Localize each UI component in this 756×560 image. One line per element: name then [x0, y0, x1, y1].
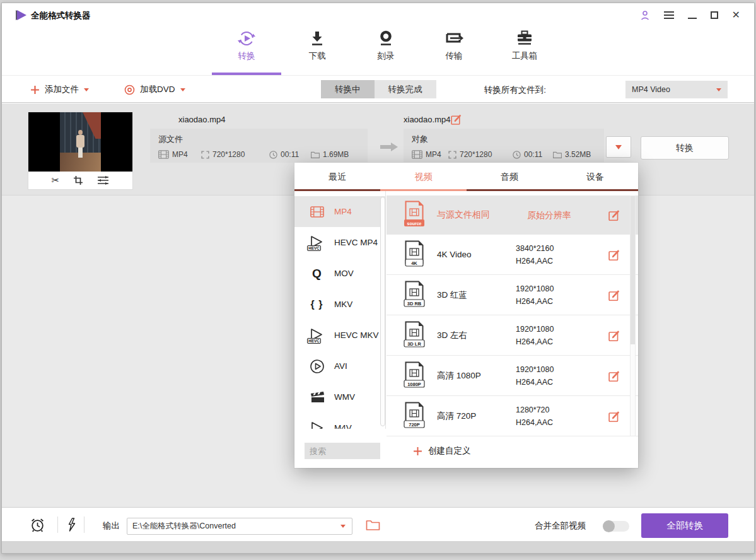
- convert-all-button[interactable]: 全部转换: [641, 513, 728, 538]
- svg-text:4K: 4K: [411, 260, 417, 265]
- minimize-button[interactable]: [688, 18, 697, 19]
- acceleration-lightning-icon[interactable]: [65, 517, 76, 533]
- add-file-label: 添加文件: [45, 84, 79, 95]
- toolbox-icon: [515, 29, 534, 48]
- tab-audio[interactable]: 音频: [467, 163, 552, 191]
- preset-detail: 1920*1080H264,AAC: [516, 323, 610, 348]
- clock-icon: [269, 151, 277, 159]
- preset-same-as-source[interactable]: source 与源文件相同 原始分辨率: [387, 195, 638, 235]
- preset-file-icon: 720P: [403, 402, 426, 431]
- format-item-avi[interactable]: AVI: [294, 351, 385, 382]
- menu-icon[interactable]: [664, 9, 674, 21]
- source-filename: xiaodao.mp4: [178, 115, 225, 124]
- edit-preset-icon[interactable]: [608, 209, 620, 221]
- download-icon: [308, 29, 326, 48]
- format-item-mp4[interactable]: MP4: [294, 196, 385, 227]
- tab-convert[interactable]: 转换: [222, 29, 271, 62]
- open-folder-icon[interactable]: [366, 519, 380, 531]
- source-duration: 00:11: [269, 150, 311, 159]
- format-list: MP4 HEVC HEVC MP4 Q MOV { } MKV HEVC HEV…: [294, 191, 386, 429]
- preset-name: 高清 720P: [437, 411, 516, 422]
- create-custom-label: 创建自定义: [428, 445, 471, 457]
- global-output-format-value: MP4 Video: [632, 85, 670, 94]
- video-thumbnail-card: ✂: [28, 112, 132, 189]
- preset-file-icon: 3D RB: [403, 281, 426, 310]
- format-item-mov[interactable]: Q MOV: [294, 258, 385, 289]
- preset-name: 3D 左右: [437, 330, 516, 341]
- global-output-format-dropdown[interactable]: MP4 Video: [625, 81, 728, 98]
- edit-preset-icon[interactable]: [608, 329, 620, 341]
- preset-detail: 3840*2160H264,AAC: [516, 242, 610, 267]
- format-picker-popup: 最近 视频 音频 设备 MP4 HEVC HEVC MP4 Q MOV { } …: [294, 163, 638, 468]
- source-info-box: 源文件 MP4 720*1280 00:11 1.69MB: [150, 129, 368, 163]
- format-item-m4v[interactable]: M4V: [294, 412, 385, 429]
- source-size: 1.69MB: [311, 150, 349, 159]
- play-triangle-icon: [309, 421, 325, 429]
- search-input[interactable]: [305, 443, 380, 459]
- divider: [57, 516, 58, 533]
- tab-video[interactable]: 视频: [380, 163, 466, 191]
- user-account-icon[interactable]: [640, 10, 650, 21]
- tab-recent[interactable]: 最近: [294, 163, 380, 191]
- crop-icon[interactable]: [73, 175, 83, 185]
- titlebar: 全能格式转换器 ✕: [2, 3, 754, 26]
- tab-download[interactable]: 下载: [293, 29, 342, 62]
- main-nav: 转换 下载 刻录 传输 工具箱: [2, 26, 754, 76]
- tab-burn[interactable]: 刻录: [361, 29, 410, 62]
- tab-toolbox-label: 工具箱: [500, 50, 549, 62]
- tab-toolbox[interactable]: 工具箱: [500, 29, 549, 62]
- preset-hd-1080p[interactable]: 1080P 高清 1080P 1920*1080H264,AAC: [387, 356, 638, 396]
- format-item-mkv[interactable]: { } MKV: [294, 289, 385, 320]
- edit-preset-icon[interactable]: [608, 410, 620, 422]
- tab-burn-label: 刻录: [361, 50, 410, 62]
- create-custom-button[interactable]: 创建自定义: [413, 443, 471, 459]
- tab-converting[interactable]: 转换中: [321, 80, 375, 98]
- video-thumbnail[interactable]: [28, 112, 132, 172]
- clock-icon: [513, 151, 521, 159]
- chevron-down-icon: [615, 145, 622, 149]
- preset-4k-video[interactable]: 4K 4K Video 3840*2160H264,AAC: [387, 235, 638, 275]
- load-dvd-button[interactable]: 加载DVD: [124, 81, 185, 98]
- output-path-value: E:\全能格式转换器\Converted: [132, 521, 236, 532]
- format-item-wmv[interactable]: WMV: [294, 382, 385, 412]
- format-popup-tabs: 最近 视频 音频 设备: [294, 163, 638, 191]
- svg-text:720P: 720P: [409, 421, 420, 427]
- maximize-button[interactable]: [711, 11, 718, 19]
- convert-icon: [237, 29, 256, 48]
- preset-hd-720p[interactable]: 720P 高清 720P 1280*720H264,AAC: [387, 396, 638, 436]
- close-button[interactable]: ✕: [732, 10, 740, 20]
- preset-list-scrollbar[interactable]: [630, 195, 636, 436]
- add-file-button[interactable]: 添加文件: [30, 81, 89, 98]
- app-title: 全能格式转换器: [31, 10, 91, 21]
- source-file-icon: source: [403, 201, 426, 230]
- preset-file-icon: 4K: [403, 240, 426, 269]
- edit-preset-icon[interactable]: [608, 370, 620, 382]
- convert-button[interactable]: 转换: [641, 136, 729, 160]
- thumbnail-toolbar: ✂: [28, 172, 132, 189]
- quicktime-icon: Q: [312, 267, 322, 281]
- preset-scrollbar-thumb[interactable]: [631, 196, 635, 344]
- format-item-hevc-mp4[interactable]: HEVC HEVC MP4: [294, 227, 385, 258]
- tab-device[interactable]: 设备: [552, 163, 638, 191]
- hevc-badge: HEVC: [307, 338, 321, 344]
- source-resolution: 720*1280: [201, 150, 269, 159]
- edit-preset-icon[interactable]: [608, 248, 620, 260]
- target-duration: 00:11: [513, 150, 553, 159]
- merge-videos-toggle[interactable]: [603, 521, 629, 532]
- preset-name: 高清 1080P: [437, 370, 516, 382]
- format-item-hevc-mkv[interactable]: HEVC HEVC MKV: [294, 320, 385, 351]
- output-path-select[interactable]: E:\全能格式转换器\Converted: [127, 518, 352, 535]
- tab-transfer[interactable]: 传输: [429, 29, 479, 62]
- rename-edit-icon[interactable]: [451, 114, 462, 125]
- schedule-alarm-icon[interactable]: [30, 517, 45, 533]
- effects-sliders-icon[interactable]: [97, 175, 109, 185]
- preset-3d-left-right[interactable]: 3D LR 3D 左右 1920*1080H264,AAC: [387, 315, 638, 356]
- target-format-dropdown-button[interactable]: [606, 136, 631, 158]
- trim-scissors-icon[interactable]: ✂: [52, 175, 60, 186]
- edit-preset-icon[interactable]: [608, 289, 620, 301]
- plus-icon: [413, 446, 422, 456]
- format-list-scrollbar[interactable]: [380, 197, 385, 426]
- convert-state-tabs: 转换中 转换完成: [321, 80, 436, 98]
- preset-3d-red-blue[interactable]: 3D RB 3D 红蓝 1920*1080H264,AAC: [387, 275, 638, 315]
- tab-converted[interactable]: 转换完成: [375, 80, 436, 98]
